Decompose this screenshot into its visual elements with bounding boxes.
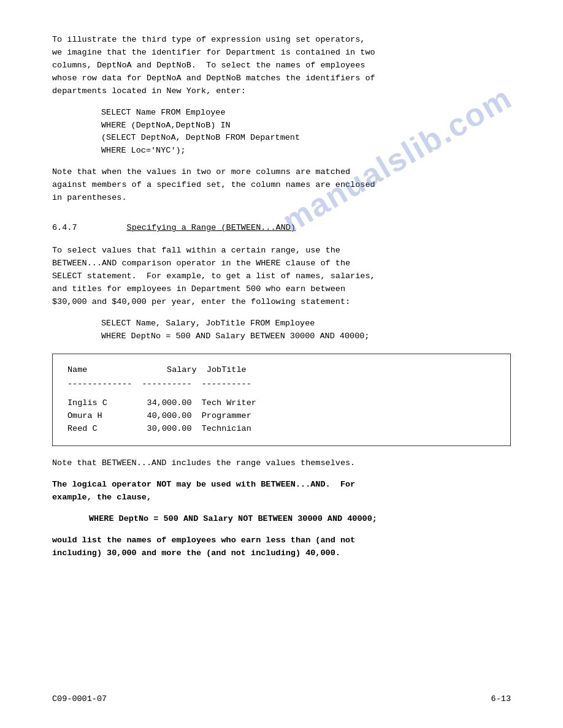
table-row-2: Omura H 40,000.00 Programmer <box>67 410 496 423</box>
section-heading: 6.4.7 Specifying a Range (BETWEEN...AND) <box>52 222 511 235</box>
code-block-1: SELECT Name FROM Employee WHERE (DeptNoA… <box>101 107 511 158</box>
code-line: WHERE (DeptNoA,DeptNoB) IN <box>101 119 511 132</box>
code-line: SELECT Name FROM Employee <box>101 107 511 119</box>
note-paragraph-2: Note that BETWEEN...AND includes the ran… <box>52 457 511 470</box>
code-line: SELECT Name, Salary, JobTitle FROM Emplo… <box>101 317 511 330</box>
section-number: 6.4.7 <box>52 223 77 232</box>
footer: C09-0001-07 6-13 <box>52 694 511 703</box>
section-title: Specifying a Range (BETWEEN...AND) <box>127 223 296 232</box>
final-paragraph: would list the names of employees who ea… <box>52 534 511 560</box>
watermark: manualslib.com <box>276 79 518 240</box>
code-block-2: SELECT Name, Salary, JobTitle FROM Emplo… <box>101 317 511 343</box>
page: manualslib.com To illustrate the third t… <box>0 0 563 728</box>
footer-right: 6-13 <box>491 694 511 703</box>
intro-paragraph: To illustrate the third type of expressi… <box>52 34 511 98</box>
note-paragraph-1: Note that when the values in two or more… <box>52 166 511 205</box>
table-row-3: Reed C 30,000.00 Technician <box>67 423 496 436</box>
section-intro: To select values that fall within a cert… <box>52 245 511 309</box>
code-block-3: WHERE DeptNo = 500 AND Salary NOT BETWEE… <box>89 513 511 526</box>
table-row-1: Inglis C 34,000.00 Tech Writer <box>67 397 496 410</box>
code-line: WHERE DeptNo = 500 AND Salary BETWEEN 30… <box>101 330 511 343</box>
code-line: (SELECT DeptNoA, DeptNoB FROM Department <box>101 132 511 145</box>
table-divider: ------------- ---------- ---------- <box>67 378 496 391</box>
result-table: Name Salary JobTitle ------------- -----… <box>52 354 511 446</box>
logical-operator-paragraph: The logical operator NOT may be used wit… <box>52 479 511 504</box>
table-header-row: Name Salary JobTitle <box>67 364 496 377</box>
footer-left: C09-0001-07 <box>52 694 107 703</box>
code-line: WHERE Loc='NYC'); <box>101 145 511 157</box>
